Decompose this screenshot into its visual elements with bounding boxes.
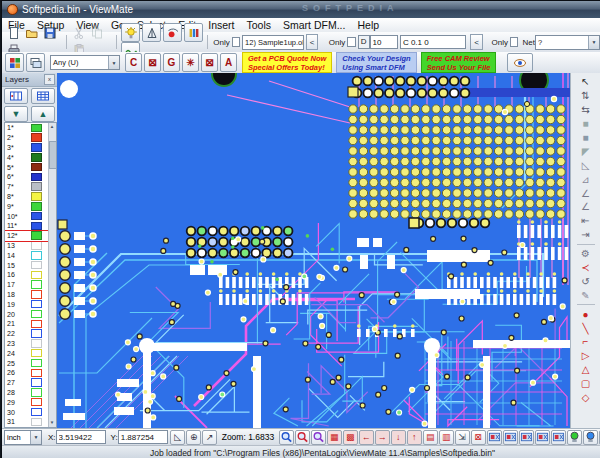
filled-rect-icon[interactable]: ■ [575, 117, 597, 131]
x-coordinate-input[interactable] [56, 430, 106, 444]
cut-button[interactable] [71, 26, 87, 41]
probe-icon[interactable]: ✎ [575, 288, 597, 302]
chevron-down-icon[interactable]: ▼ [588, 36, 599, 49]
layer-stack-button[interactable] [26, 53, 45, 72]
gear-icon[interactable]: ⚙ [575, 247, 597, 261]
arc-tool-icon[interactable]: ≺ [575, 261, 597, 275]
chevron-down-icon[interactable]: ▼ [30, 431, 41, 444]
pan-down-button[interactable]: ↓ [391, 430, 406, 445]
scroll-up-icon[interactable]: ▲ [49, 123, 55, 131]
measure-toggle-button[interactable] [142, 23, 161, 42]
menu-insert[interactable]: Insert [202, 19, 240, 31]
open-file-button[interactable] [24, 26, 40, 41]
aperture-input[interactable] [400, 35, 466, 49]
select-cursor-icon[interactable]: ↖ [575, 75, 597, 89]
unit-combo[interactable]: inch ▼ [4, 430, 42, 445]
edit-tool-button-3[interactable]: G [163, 53, 180, 72]
layers-panel-header[interactable]: Layers x [2, 73, 57, 87]
layer-list-scrollbar[interactable]: ▲ ▼ [48, 123, 56, 427]
film-frame-button[interactable]: ▦ [327, 430, 342, 445]
scroll-down-icon[interactable]: ▼ [49, 419, 55, 427]
layer-back-button[interactable]: < [306, 34, 318, 50]
edit-tool-button-4[interactable]: ✳ [182, 53, 199, 72]
edit-tool-button-6[interactable]: A [220, 53, 237, 72]
title-bar[interactable]: Softpedia.bin - ViewMate SOFTPEDIA [2, 1, 600, 18]
zoom-box-button[interactable]: ⊠ [471, 430, 486, 445]
layer-view-button-2[interactable] [503, 430, 518, 445]
triangle-icon[interactable]: ◤ [575, 144, 597, 158]
layer-move-down-button[interactable]: ▼ [4, 106, 28, 122]
only-checkbox-3[interactable] [510, 37, 518, 47]
layer-view-button-1[interactable] [487, 430, 502, 445]
pad-swap-icon[interactable]: ⇆ [575, 103, 597, 117]
save-file-button[interactable] [42, 26, 58, 41]
close-icon[interactable]: x [44, 74, 55, 85]
draw-point-icon[interactable]: ● [575, 307, 597, 321]
zoom-in-button[interactable] [279, 430, 294, 445]
y-coordinate-input[interactable] [118, 430, 168, 444]
pointer-mode-button[interactable]: ↗ [202, 430, 217, 445]
highlight-blue-button[interactable] [583, 430, 598, 445]
edit-tool-button-5[interactable]: ⊠ [201, 53, 218, 72]
layer-view-button-5[interactable] [551, 430, 566, 445]
layer-view-button-3[interactable] [519, 430, 534, 445]
resize-button[interactable]: ⇲ [455, 430, 470, 445]
net-combo[interactable]: ? ▼ [535, 35, 600, 50]
layer-colors-toggle-button[interactable] [184, 23, 203, 42]
draw-poly-icon[interactable]: △ [575, 363, 597, 377]
layer-view-button-4[interactable] [535, 430, 550, 445]
scrollbar-thumb[interactable] [49, 141, 57, 169]
preview-eye-button[interactable] [507, 53, 533, 72]
ad-banner-check[interactable]: Check Your Design Using Smart DFM [336, 52, 416, 73]
grid-frame-button[interactable]: ▩ [343, 430, 358, 445]
any-filter-combo[interactable]: Any (U) ▼ [50, 55, 120, 70]
layer-select-combo[interactable]: 12) Sample1up.oln ▼ [242, 35, 304, 50]
slope-icon[interactable]: ⊿ [575, 172, 597, 186]
dcode-input[interactable] [370, 35, 398, 49]
ad-banner-cam[interactable]: Free CAM Review Send Us Your File [421, 52, 497, 73]
only-checkbox-1[interactable] [232, 37, 240, 47]
menu-smart-dfm[interactable]: Smart DFM... [277, 19, 351, 31]
origin-button[interactable]: ⊕ [186, 430, 201, 445]
step-right-icon[interactable]: ⇥ [575, 228, 597, 242]
filled-rect2-icon[interactable]: ■ [575, 131, 597, 145]
copy-button[interactable] [89, 26, 105, 41]
dcode-back-button[interactable]: < [470, 34, 482, 50]
only-checkbox-2[interactable] [347, 37, 355, 47]
pan-up-button[interactable]: ↑ [407, 430, 422, 445]
ad-banner-quote[interactable]: Get a PCB Quote Now Special Offers Today… [242, 52, 332, 73]
step-left-icon[interactable]: ⇤ [575, 214, 597, 228]
edit-tool-button-2[interactable]: ⊠ [144, 53, 161, 72]
menu-help[interactable]: Help [351, 19, 385, 31]
layer-number: 13 [7, 242, 22, 249]
pcb-canvas[interactable] [57, 73, 570, 428]
undo-icon[interactable]: ↺ [575, 274, 597, 288]
layers-split-button[interactable] [4, 88, 28, 104]
draw-diamond-icon[interactable]: ◇ [575, 391, 597, 405]
highlight-toggle-button[interactable] [121, 23, 140, 42]
pan-left-button[interactable]: ← [359, 430, 374, 445]
menu-tools[interactable]: Tools [241, 19, 278, 31]
angle-icon[interactable]: ∠ [575, 186, 597, 200]
layer-move-up-button[interactable]: ▲ [31, 106, 55, 122]
draw-corner-icon[interactable]: ⌐ [575, 335, 597, 349]
grid-large-button[interactable]: ▥ [439, 430, 454, 445]
triangle-outline-icon[interactable]: ◺ [575, 158, 597, 172]
ruler-button[interactable]: ◺ [170, 430, 185, 445]
pad-edit-icon[interactable]: ⇅ [575, 89, 597, 103]
highlight-green-button[interactable] [567, 430, 582, 445]
edit-tool-button-1[interactable]: C [125, 53, 142, 72]
new-file-button[interactable] [6, 26, 22, 41]
color-grid-button[interactable] [5, 53, 24, 72]
grid-small-button[interactable]: ▤ [423, 430, 438, 445]
draw-triangle-icon[interactable]: ▷ [575, 349, 597, 363]
layers-table-button[interactable] [31, 88, 55, 104]
angle2-icon[interactable]: ∠ [575, 200, 597, 214]
zoom-window-button[interactable] [311, 430, 326, 445]
zoom-highlight-button[interactable] [295, 430, 310, 445]
draw-rect-icon[interactable]: ▢ [575, 377, 597, 391]
draw-line-icon[interactable]: ╲ [575, 321, 597, 335]
pan-right-button[interactable]: → [375, 430, 390, 445]
drill-toggle-button[interactable] [163, 23, 182, 42]
chevron-down-icon[interactable]: ▼ [108, 56, 119, 69]
